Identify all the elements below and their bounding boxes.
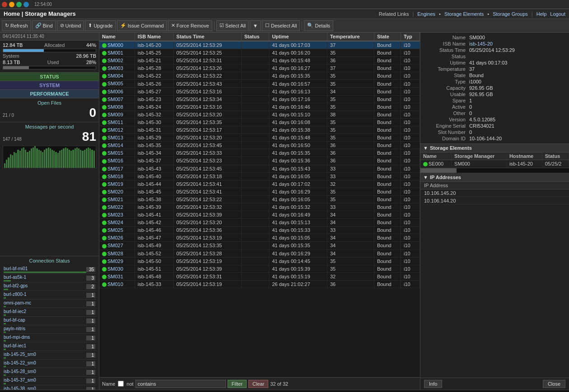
issue-command-button[interactable]: ⚡ Issue Command <box>117 20 167 31</box>
table-row[interactable]: SM029 isb-145-50 05/25/2014 12:53:19 41 … <box>99 257 420 265</box>
table-row[interactable]: SM018 isb-145-40 05/25/2014 12:53:18 41 … <box>99 172 420 180</box>
sm-name-link[interactable]: SM012 <box>107 127 123 133</box>
filter-button[interactable]: Filter <box>228 380 247 388</box>
se-col-status[interactable]: Status <box>542 152 569 160</box>
sm-name-link[interactable]: SM003 <box>107 65 123 71</box>
col-status-time[interactable]: Status Time <box>173 32 241 41</box>
clear-filter-button[interactable]: Clear <box>248 380 268 388</box>
storage-elements-header[interactable]: ▼ Storage Elements <box>420 144 569 152</box>
table-row[interactable]: SM011 isb-145-30 05/25/2014 12:53:35 41 … <box>99 118 420 126</box>
sm-name-link[interactable]: SM021 <box>107 197 123 202</box>
deselect-all-dropdown[interactable]: ▼ <box>250 20 261 31</box>
details-button[interactable]: 🔍 Details <box>304 20 333 31</box>
ip-address-item[interactable]: 10.106.145.20 <box>420 189 569 197</box>
help-link[interactable]: Help <box>536 11 547 17</box>
table-row[interactable]: SM005 isb-145-26 05/25/2014 12:53:43 41 … <box>99 80 420 88</box>
bind-button[interactable]: 🔗 Bind <box>32 20 56 31</box>
logout-link[interactable]: Logout <box>550 11 565 17</box>
table-row[interactable]: SM016 isb-145-37 05/25/2014 12:53:23 41 … <box>99 157 420 165</box>
sm-name-link[interactable]: SM008 <box>107 104 123 110</box>
sm-name-link[interactable]: SM004 <box>107 73 123 78</box>
table-row[interactable]: SM003 isb-145-28 05/25/2014 12:53:26 41 … <box>99 65 420 72</box>
table-row[interactable]: SM009 isb-145-32 05/25/2014 12:53:20 41 … <box>99 111 420 118</box>
table-row[interactable]: SM002 isb-145-21 05/25/2014 12:53:31 41 … <box>99 57 420 65</box>
sm-name-link[interactable]: SM013 <box>107 135 123 140</box>
table-row[interactable]: SM020 isb-145-45 05/25/2014 12:53:41 41 … <box>99 188 420 195</box>
table-row[interactable]: SM010 isb-145-33 05/25/2014 12:53:19 26 … <box>99 280 420 288</box>
refresh-button[interactable]: ↻ Refresh <box>2 20 31 31</box>
sm-name-link[interactable]: SM023 <box>107 212 123 217</box>
filter-contains-input[interactable] <box>135 380 226 388</box>
table-row[interactable]: SM026 isb-145-47 05/25/2014 12:53:19 41 … <box>99 234 420 242</box>
se-col-manager[interactable]: Storage Manager <box>452 152 507 160</box>
table-row[interactable]: SM008 isb-145-24 05/25/2014 12:53:16 41 … <box>99 103 420 111</box>
connection-item[interactable]: isb-145-38_sm0 1 <box>3 385 96 390</box>
sm-name-link[interactable]: SM014 <box>107 143 123 148</box>
window-max-btn[interactable] <box>16 2 22 7</box>
sm-name-link[interactable]: SM016 <box>107 158 123 163</box>
nav-home[interactable]: Home | Storage Managers <box>4 10 76 17</box>
sm-name-link[interactable]: SM031 <box>107 274 123 279</box>
select-all-button[interactable]: ☑ Select All <box>216 20 249 31</box>
table-row[interactable]: SM007 isb-145-23 05/25/2014 12:53:34 41 … <box>99 95 420 103</box>
sm-name-link[interactable]: SM017 <box>107 166 123 171</box>
col-isb[interactable]: ISB Name <box>135 32 173 41</box>
table-row[interactable]: SM019 isb-145-44 05/25/2014 12:53:41 41 … <box>99 180 420 188</box>
table-row[interactable]: SM012 isb-145-31 05/25/2014 12:53:17 41 … <box>99 126 420 134</box>
storage-elements-link[interactable]: Storage Elements <box>444 11 484 17</box>
table-container[interactable]: Name ISB Name Status Time Status Uptime … <box>99 32 420 377</box>
connection-item[interactable]: omni-pam-mc 1 <box>3 300 96 308</box>
deselect-all-button[interactable]: ☐ Deselect All <box>262 20 300 31</box>
force-remove-button[interactable]: ✕ Force Remove <box>168 20 212 31</box>
connection-item[interactable]: burl-as5k-1 3 <box>3 274 96 282</box>
connection-item[interactable]: burl-bf-mi01 35 <box>3 265 96 274</box>
connection-item[interactable]: burl-bf-iec2 1 <box>3 308 96 317</box>
status-section-header[interactable]: STATUS <box>0 73 99 81</box>
performance-section-header[interactable]: PERFORMANCE <box>0 90 99 98</box>
table-row[interactable]: SM000 isb-145-20 05/25/2014 12:53:29 41 … <box>99 41 420 49</box>
sm-name-link[interactable]: SM007 <box>107 97 123 102</box>
unbind-button[interactable]: ⊘ Unbind <box>57 20 84 31</box>
col-temperature[interactable]: Temperature <box>327 32 374 41</box>
sm-name-link[interactable]: SM000 <box>107 42 123 48</box>
sm-name-link[interactable]: SM030 <box>107 266 123 272</box>
sm-name-link[interactable]: SM029 <box>107 258 123 264</box>
table-row[interactable]: SM013 isb-145-29 05/25/2014 12:53:20 41 … <box>99 134 420 142</box>
connection-item[interactable]: isb-145-25_sm0 1 <box>3 351 96 360</box>
sm-name-link[interactable]: SM015 <box>107 150 123 156</box>
connection-item[interactable]: isb-145-22_sm0 1 <box>3 360 96 368</box>
col-name[interactable]: Name <box>99 32 135 41</box>
sm-name-link[interactable]: SM006 <box>107 89 123 94</box>
sm-name-link[interactable]: SM027 <box>107 243 123 248</box>
table-row[interactable]: SM024 isb-145-42 05/25/2014 12:53:20 41 … <box>99 219 420 226</box>
se-col-name[interactable]: Name <box>420 152 452 160</box>
connection-item[interactable]: burl-z800-1 1 <box>3 291 96 300</box>
info-button[interactable]: Info <box>424 380 442 388</box>
table-row[interactable]: SM021 isb-145-38 05/25/2014 12:53:22 41 … <box>99 195 420 203</box>
table-row[interactable]: SM025 isb-145-46 05/25/2014 12:53:36 41 … <box>99 226 420 234</box>
connection-item[interactable]: burl-mpi-dms 1 <box>3 334 96 342</box>
table-row[interactable]: SM001 isb-145-25 05/25/2014 12:53:25 41 … <box>99 49 420 57</box>
sm-name-link[interactable]: SM009 <box>107 112 123 117</box>
connection-item[interactable]: isb-145-37_sm0 1 <box>3 377 96 385</box>
window-close-btn[interactable] <box>2 2 7 7</box>
col-type[interactable]: Typ <box>401 32 420 41</box>
se-scroll-track[interactable] <box>420 168 569 173</box>
table-row[interactable]: SM022 isb-145-39 05/25/2014 12:53:32 41 … <box>99 203 420 211</box>
filter-not-checkbox[interactable] <box>118 381 124 387</box>
col-status[interactable]: Status <box>241 32 269 41</box>
sm-name-link[interactable]: SM022 <box>107 204 123 210</box>
table-row[interactable]: SM030 isb-145-51 05/25/2014 12:53:39 41 … <box>99 265 420 272</box>
sm-name-link[interactable]: SM019 <box>107 181 123 187</box>
engines-link[interactable]: Engines <box>417 11 435 17</box>
storage-groups-link[interactable]: Storage Groups <box>493 11 528 17</box>
table-row[interactable]: SM028 isb-145-52 05/25/2014 12:53:28 41 … <box>99 249 420 257</box>
sm-name-link[interactable]: SM026 <box>107 235 123 240</box>
col-uptime[interactable]: Uptime <box>269 32 327 41</box>
sm-name-link[interactable]: SM010 <box>107 281 123 287</box>
table-row[interactable]: SM015 isb-145-34 05/25/2014 12:53:33 41 … <box>99 149 420 157</box>
table-row[interactable]: SE000 SM000 isb-145-20 05/25/2 <box>420 160 569 168</box>
upgrade-button[interactable]: ⬆ Upgrade <box>85 20 116 31</box>
sm-name-link[interactable]: SM001 <box>107 50 123 55</box>
table-row[interactable]: SM027 isb-145-49 05/25/2014 12:53:35 41 … <box>99 242 420 249</box>
